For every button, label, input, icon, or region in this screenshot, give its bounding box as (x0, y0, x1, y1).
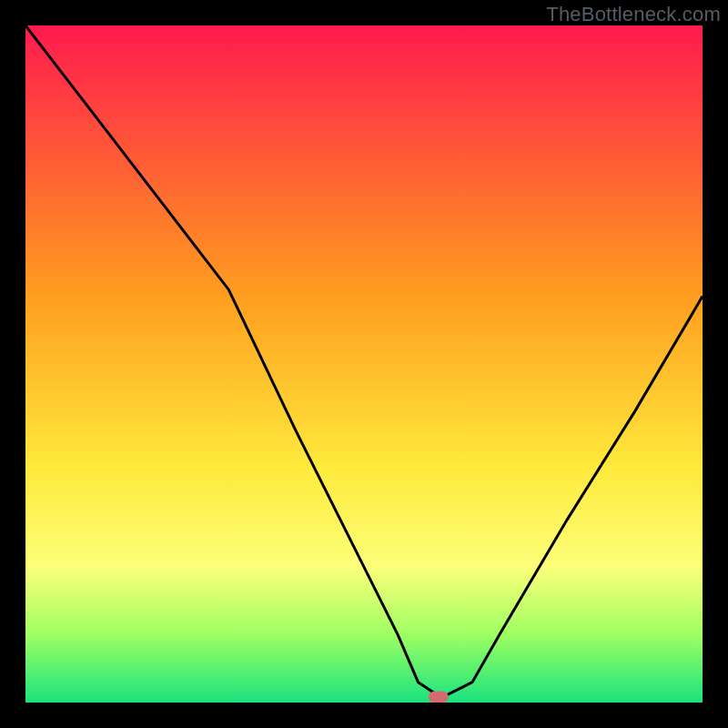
plot-area (25, 25, 703, 703)
watermark-label: TheBottleneck.com (546, 3, 721, 26)
bottleneck-chart (25, 25, 703, 703)
optimal-marker (429, 692, 449, 703)
chart-frame: TheBottleneck.com (0, 0, 728, 728)
gradient-background (25, 25, 703, 703)
